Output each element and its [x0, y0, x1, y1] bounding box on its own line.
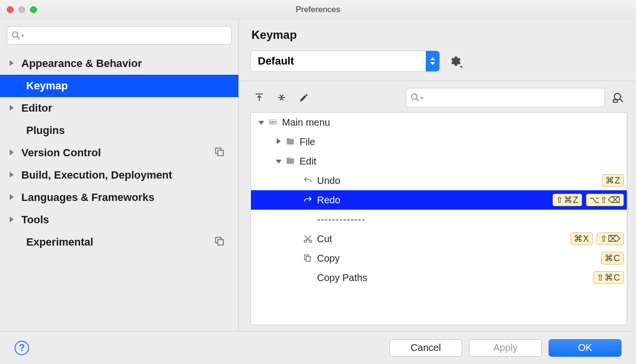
- chevron-right-icon: [10, 171, 21, 180]
- folder-icon: [284, 137, 297, 147]
- close-window-button[interactable]: [7, 6, 14, 13]
- shortcut-badges: ⌘Z: [602, 174, 627, 187]
- help-button[interactable]: ?: [15, 341, 29, 355]
- svg-rect-5: [218, 240, 223, 245]
- chevron-right-icon: [10, 59, 21, 68]
- sidebar-item-label: Keymap: [26, 80, 68, 92]
- keymap-row-copy-paths[interactable]: Copy Paths⇧⌘C: [251, 268, 627, 287]
- chevron-down-icon: [273, 157, 284, 165]
- undo-icon: [301, 176, 314, 185]
- keymap-row-redo[interactable]: Redo⇧⌘Z⌥⇧⌫: [251, 190, 627, 210]
- cancel-button[interactable]: Cancel: [389, 339, 462, 357]
- project-scope-icon: [215, 236, 224, 248]
- dropdown-caret-icon: [426, 51, 439, 71]
- chevron-down-icon: [256, 118, 267, 126]
- chevron-right-icon: [10, 193, 21, 202]
- cut-icon: [301, 234, 314, 244]
- sidebar-item-label: Appearance & Behavior: [21, 57, 142, 70]
- sidebar-item-label: Editor: [21, 102, 52, 115]
- search-icon: ▾: [11, 30, 24, 41]
- shortcut-badge: ⇧⌦: [597, 232, 624, 245]
- svg-rect-3: [218, 150, 223, 156]
- keymap-row-main-menu[interactable]: Main menu: [251, 113, 627, 132]
- action-search-input[interactable]: [406, 88, 605, 107]
- main-panel: Keymap Default: [239, 19, 636, 331]
- sidebar-item-label: Build, Execution, Deployment: [21, 169, 172, 182]
- shortcut-badge: ⌘C: [601, 252, 624, 265]
- sidebar-item-plugins[interactable]: Plugins: [0, 119, 238, 142]
- shortcut-badges: ⇧⌘Z⌥⇧⌫: [552, 194, 627, 206]
- keymap-row-copy[interactable]: Copy⌘C: [251, 248, 627, 268]
- shortcut-badge: ⇧⌘C: [593, 271, 624, 284]
- keymap-row-edit[interactable]: Edit: [251, 151, 627, 171]
- svg-rect-15: [269, 120, 276, 121]
- expand-all-button[interactable]: [251, 89, 268, 106]
- sidebar-item-build-execution-deployment[interactable]: Build, Execution, Deployment: [0, 164, 238, 186]
- shortcut-badge: ⌥⇧⌫: [586, 194, 624, 206]
- svg-rect-17: [272, 121, 273, 122]
- ok-button[interactable]: OK: [549, 339, 621, 357]
- keymap-row-label: Redo: [314, 195, 340, 206]
- keymap-row-label: Cut: [314, 233, 332, 245]
- find-by-shortcut-button[interactable]: [610, 89, 627, 106]
- minimize-window-button[interactable]: [18, 6, 25, 13]
- keymap-row-label: Copy Paths: [314, 272, 367, 283]
- keymap-row-label: File: [297, 136, 315, 148]
- keymap-row-undo[interactable]: Undo⌘Z: [251, 171, 627, 190]
- svg-rect-18: [274, 121, 275, 122]
- keymap-scheme-value: Default: [258, 55, 294, 67]
- sidebar: ▾ Appearance & BehaviorKeymapEditorPlugi…: [0, 19, 239, 331]
- keymap-row-label: Undo: [314, 175, 340, 186]
- keymap-scheme-select[interactable]: Default: [251, 50, 440, 72]
- svg-point-11: [614, 93, 620, 99]
- keymap-row-label: -------------: [314, 214, 366, 225]
- sidebar-item-editor[interactable]: Editor: [0, 97, 238, 119]
- chevron-right-icon: [273, 138, 284, 146]
- svg-rect-24: [306, 257, 310, 262]
- sidebar-item-appearance-behavior[interactable]: Appearance & Behavior: [0, 52, 238, 75]
- shortcut-badge: ⇧⌘Z: [552, 194, 582, 206]
- sidebar-item-label: Plugins: [26, 124, 65, 137]
- keymap-tree[interactable]: Main menuFileEditUndo⌘ZRedo⇧⌘Z⌥⇧⌫-------…: [251, 112, 627, 325]
- svg-rect-13: [613, 99, 618, 102]
- chevron-right-icon: [10, 104, 21, 113]
- shortcut-badges: ⌘X⇧⌦: [570, 232, 627, 245]
- keymap-row-label: Edit: [297, 156, 316, 167]
- sidebar-item-experimental[interactable]: Experimental: [0, 231, 238, 253]
- window-title: Preferences: [0, 5, 636, 15]
- sidebar-item-label: Version Control: [21, 147, 101, 159]
- keymap-actions-gear[interactable]: [449, 55, 461, 67]
- menu-icon: [267, 117, 279, 127]
- shortcut-badge: ⌘Z: [602, 174, 624, 187]
- sidebar-search-input[interactable]: [7, 26, 232, 45]
- sidebar-item-languages-frameworks[interactable]: Languages & Frameworks: [0, 186, 238, 209]
- svg-line-12: [620, 99, 622, 101]
- keymap-separator: -------------: [251, 210, 627, 229]
- svg-line-1: [17, 37, 20, 39]
- svg-point-0: [13, 32, 18, 37]
- edit-shortcut-button[interactable]: [295, 89, 313, 106]
- sidebar-item-label: Tools: [21, 214, 49, 226]
- sidebar-item-keymap[interactable]: Keymap: [0, 75, 238, 97]
- apply-button[interactable]: Apply: [469, 339, 542, 357]
- action-search[interactable]: ▾: [406, 88, 605, 107]
- sidebar-item-label: Languages & Frameworks: [21, 191, 154, 204]
- keymap-row-label: Copy: [314, 253, 340, 264]
- chevron-right-icon: [10, 149, 21, 157]
- sidebar-item-version-control[interactable]: Version Control: [0, 142, 238, 164]
- redo-icon: [301, 195, 314, 205]
- collapse-all-button[interactable]: [273, 89, 290, 106]
- zoom-window-button[interactable]: [30, 6, 37, 13]
- settings-tree: Appearance & BehaviorKeymapEditorPlugins…: [0, 50, 238, 331]
- keymap-row-label: Main menu: [279, 117, 330, 128]
- project-scope-icon: [215, 147, 224, 159]
- window-controls: [7, 6, 37, 13]
- keymap-row-file[interactable]: File: [251, 132, 627, 151]
- sidebar-search[interactable]: ▾: [7, 26, 232, 45]
- copy-icon: [301, 253, 314, 263]
- keymap-row-cut[interactable]: Cut⌘X⇧⌦: [251, 229, 627, 248]
- svg-point-9: [412, 94, 417, 99]
- page-title: Keymap: [251, 28, 627, 42]
- sidebar-item-tools[interactable]: Tools: [0, 209, 238, 231]
- svg-line-10: [417, 99, 419, 101]
